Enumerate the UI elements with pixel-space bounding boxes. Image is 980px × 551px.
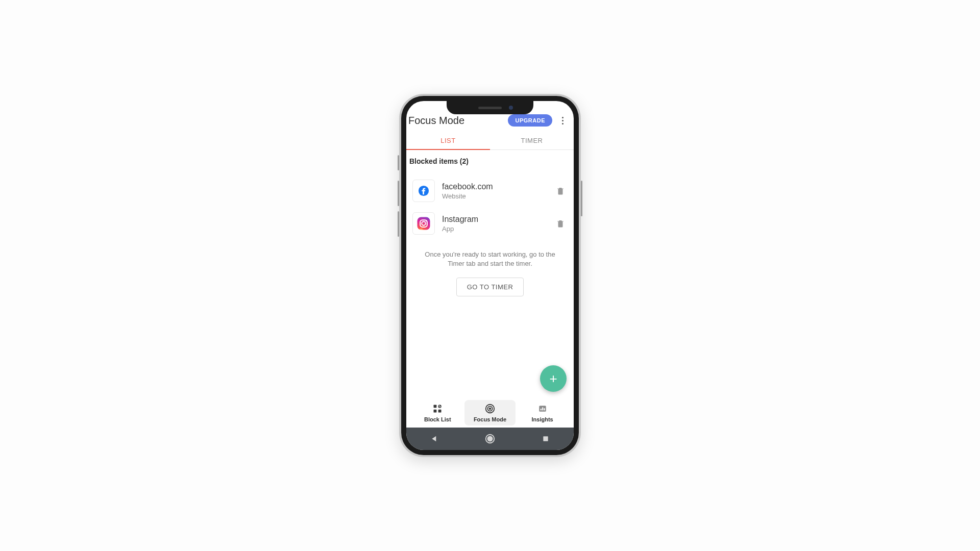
nav-blocklist[interactable]: Block List — [412, 400, 463, 425]
android-home-button[interactable] — [472, 433, 508, 444]
nav-label: Block List — [424, 416, 451, 422]
list-item-text: Instagram App — [442, 215, 546, 233]
list-item-text: facebook.com Website — [442, 182, 546, 200]
list-item-title: Instagram — [442, 215, 546, 224]
android-back-button[interactable] — [416, 435, 452, 443]
nav-insights[interactable]: Insights — [517, 400, 568, 425]
svg-rect-19 — [544, 436, 548, 441]
upgrade-button[interactable]: UPGRADE — [508, 114, 552, 127]
phone-side-button — [398, 211, 399, 237]
page-title: Focus Mode — [407, 115, 504, 127]
tab-timer[interactable]: TIMER — [490, 131, 574, 149]
nav-label: Insights — [532, 416, 553, 422]
add-button[interactable]: + — [540, 365, 567, 392]
facebook-icon — [412, 180, 435, 202]
list-item-subtitle: App — [442, 225, 546, 233]
phone-screen: Focus Mode UPGRADE LIST TIMER Blocked it… — [406, 101, 574, 450]
list-item-subtitle: Website — [442, 192, 546, 200]
hint-text: Once you're ready to start working, go t… — [409, 240, 571, 268]
go-to-timer-button[interactable]: GO TO TIMER — [456, 278, 524, 296]
list-item[interactable]: Instagram App — [409, 207, 571, 240]
delete-button[interactable] — [553, 216, 568, 231]
phone-camera — [509, 106, 513, 110]
more-menu-button[interactable] — [556, 114, 569, 127]
app-container: Focus Mode UPGRADE LIST TIMER Blocked it… — [406, 101, 574, 450]
svg-rect-5 — [434, 405, 437, 408]
phone-bezel: Focus Mode UPGRADE LIST TIMER Blocked it… — [401, 96, 579, 455]
svg-point-18 — [487, 436, 492, 441]
svg-rect-7 — [438, 410, 442, 413]
phone-side-button — [581, 181, 582, 216]
svg-rect-6 — [434, 410, 437, 413]
plus-icon: + — [549, 371, 557, 387]
blocked-items-heading: Blocked items (2) — [409, 157, 571, 165]
bottom-nav: Block List Focus Mode — [406, 397, 574, 428]
delete-button[interactable] — [553, 184, 568, 198]
svg-point-4 — [426, 220, 427, 222]
tab-bar: LIST TIMER — [406, 131, 574, 150]
list-item[interactable]: facebook.com Website — [409, 174, 571, 207]
svg-point-12 — [489, 408, 491, 410]
phone-side-button — [398, 181, 399, 206]
target-icon — [484, 403, 496, 414]
svg-rect-1 — [418, 217, 430, 230]
nav-focusmode[interactable]: Focus Mode — [464, 400, 516, 425]
svg-rect-14 — [540, 409, 541, 410]
phone-frame: Focus Mode UPGRADE LIST TIMER Blocked it… — [399, 94, 581, 457]
android-nav-bar — [406, 428, 574, 450]
phone-speaker — [478, 107, 502, 109]
tab-list[interactable]: LIST — [406, 131, 490, 149]
svg-rect-16 — [544, 408, 545, 410]
phone-side-button — [398, 155, 399, 170]
bar-chart-icon — [537, 403, 548, 414]
main-content: Blocked items (2) facebook.com Website — [406, 150, 574, 397]
list-item-title: facebook.com — [442, 182, 546, 191]
blocklist-icon — [432, 403, 443, 414]
instagram-icon — [412, 212, 435, 235]
svg-rect-15 — [542, 408, 543, 411]
nav-label: Focus Mode — [474, 416, 506, 422]
android-recent-button[interactable] — [528, 435, 564, 443]
phone-notch — [447, 101, 533, 114]
